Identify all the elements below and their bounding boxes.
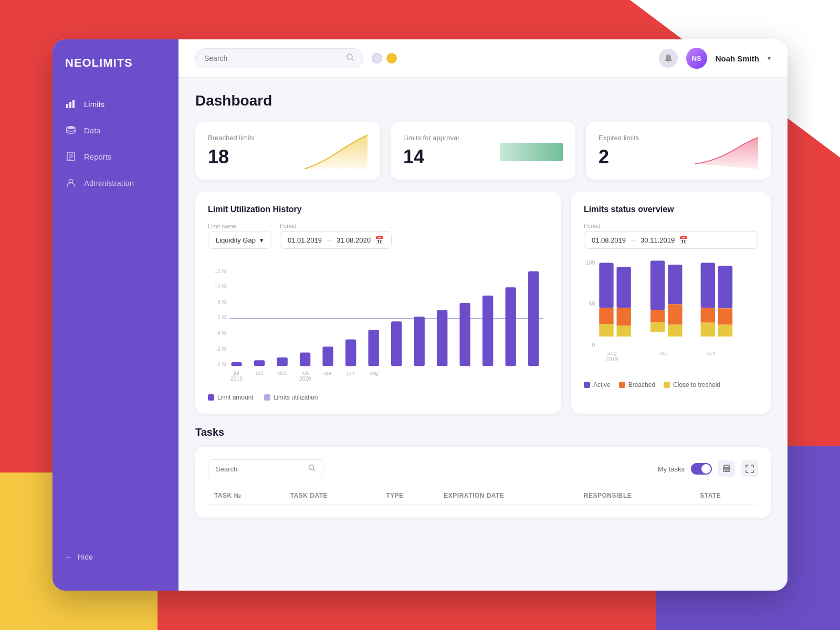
svg-rect-23 bbox=[277, 358, 287, 366]
close-label: Close to treshold bbox=[673, 381, 720, 388]
sidebar-nav: Limits Data bbox=[52, 91, 178, 196]
admin-icon bbox=[65, 177, 77, 188]
svg-line-10 bbox=[352, 59, 353, 60]
col-responsible: Responsible bbox=[578, 487, 694, 505]
period-end: 31.08.2020 bbox=[337, 236, 371, 244]
col-task-no: Task № bbox=[208, 487, 284, 505]
limit-name-dropdown[interactable]: Liquidity Gap ▾ bbox=[208, 232, 271, 249]
svg-rect-29 bbox=[414, 317, 425, 366]
bar-chart-icon bbox=[65, 98, 77, 110]
stat-cards: Breached limits 18 bbox=[195, 122, 771, 180]
notification-button[interactable] bbox=[659, 49, 678, 68]
search-input[interactable] bbox=[204, 54, 342, 62]
topbar: NS Noah Smith ▾ bbox=[178, 39, 788, 78]
svg-text:oct: oct bbox=[659, 350, 667, 356]
table-header-row: Task № Task date Type Expiration date Re… bbox=[208, 487, 758, 505]
svg-text:jul: jul bbox=[234, 370, 239, 376]
svg-rect-63 bbox=[718, 308, 732, 324]
sidebar-item-administration[interactable]: Administration bbox=[52, 170, 178, 196]
breached-label: Breached limits bbox=[208, 134, 255, 142]
status-calendar-icon: 📅 bbox=[679, 236, 688, 244]
my-tasks-label: My tasks bbox=[658, 465, 685, 473]
svg-text:2019: 2019 bbox=[606, 356, 618, 362]
svg-rect-0 bbox=[66, 104, 68, 108]
svg-rect-48 bbox=[599, 308, 613, 324]
svg-rect-49 bbox=[599, 324, 613, 337]
status-chart-card: Limits status overview Period 01.08.2019… bbox=[571, 192, 771, 414]
sidebar: NEOLIMITS Limits bbox=[52, 39, 178, 591]
svg-rect-2 bbox=[72, 100, 75, 108]
svg-text:4 M: 4 M bbox=[217, 330, 226, 336]
database-icon bbox=[65, 124, 77, 136]
svg-line-70 bbox=[313, 469, 315, 471]
dark-theme-dot[interactable] bbox=[386, 53, 397, 64]
svg-rect-33 bbox=[506, 287, 516, 366]
svg-rect-54 bbox=[650, 310, 665, 322]
svg-rect-61 bbox=[701, 323, 715, 337]
legend-limits-util: Limits utilization bbox=[264, 394, 318, 401]
sidebar-item-limits[interactable]: Limits bbox=[52, 91, 178, 117]
utilization-svg: 12 M 10 M 8 M 6 M 4 M 2 M 0 M bbox=[208, 259, 548, 385]
arrow-left-icon: ← bbox=[65, 553, 72, 561]
sidebar-item-data[interactable]: Data bbox=[52, 117, 178, 143]
svg-rect-34 bbox=[528, 271, 539, 366]
svg-rect-58 bbox=[668, 325, 682, 337]
svg-text:feb: feb bbox=[301, 370, 309, 376]
utilization-chart-card: Limit Utilization History Limit name Liq… bbox=[195, 192, 561, 414]
topbar-right: NS Noah Smith ▾ bbox=[659, 48, 771, 69]
svg-rect-50 bbox=[616, 267, 631, 308]
svg-point-11 bbox=[667, 61, 669, 62]
svg-rect-59 bbox=[701, 262, 715, 308]
stat-card-approval: Limits for approval 14 bbox=[391, 122, 575, 180]
svg-rect-22 bbox=[254, 360, 265, 366]
status-legend: Active Breached Close to treshold bbox=[584, 381, 758, 388]
svg-text:100: 100 bbox=[586, 259, 595, 266]
col-expiration-date: Expiration date bbox=[437, 487, 577, 505]
tasks-search-box[interactable] bbox=[208, 459, 323, 478]
expired-label: Expired limits bbox=[598, 134, 639, 142]
active-dot bbox=[584, 382, 590, 388]
print-button[interactable] bbox=[718, 460, 735, 477]
limit-name-label: Limit name bbox=[208, 223, 271, 229]
svg-text:0: 0 bbox=[592, 342, 595, 348]
status-period-control: Period 01.08.2019 → 30.11.2019 📅 bbox=[584, 223, 758, 249]
legend-limit-amount: Limit amount bbox=[208, 394, 254, 401]
svg-text:aug: aug bbox=[607, 350, 617, 356]
report-icon bbox=[65, 151, 77, 162]
status-period-start: 01.08.2019 bbox=[592, 236, 626, 244]
bar-chart-container: 12 M 10 M 8 M 6 M 4 M 2 M 0 M bbox=[208, 259, 548, 387]
svg-rect-60 bbox=[701, 308, 715, 322]
svg-text:dec: dec bbox=[278, 370, 286, 376]
user-avatar: NS bbox=[686, 48, 707, 69]
calendar-icon: 📅 bbox=[375, 236, 384, 244]
tasks-search-icon bbox=[308, 464, 316, 474]
svg-rect-31 bbox=[460, 303, 470, 366]
sidebar-item-reports[interactable]: Reports bbox=[52, 143, 178, 170]
tasks-search-input[interactable] bbox=[216, 465, 304, 473]
my-tasks-toggle[interactable] bbox=[691, 463, 712, 475]
limits-util-label: Limits utilization bbox=[274, 394, 318, 401]
range-arrow: → bbox=[326, 236, 332, 244]
user-dropdown-chevron[interactable]: ▾ bbox=[768, 55, 771, 62]
date-range[interactable]: 01.01.2019 → 31.08.2020 📅 bbox=[280, 231, 392, 249]
svg-rect-26 bbox=[345, 339, 356, 366]
search-box[interactable] bbox=[195, 48, 363, 68]
limit-amount-dot bbox=[208, 394, 214, 401]
charts-row: Limit Utilization History Limit name Liq… bbox=[195, 192, 771, 414]
svg-text:0 M: 0 M bbox=[217, 361, 226, 367]
approval-chart bbox=[500, 132, 563, 169]
svg-rect-73 bbox=[724, 469, 729, 471]
tasks-section: Tasks My t bbox=[195, 426, 771, 518]
svg-rect-12 bbox=[500, 143, 563, 161]
sidebar-item-administration-label: Administration bbox=[84, 178, 134, 187]
status-period-end: 30.11.2019 bbox=[640, 236, 675, 244]
hide-label: Hide bbox=[78, 553, 93, 561]
status-date-range[interactable]: 01.08.2019 → 30.11.2019 📅 bbox=[584, 231, 758, 249]
svg-rect-53 bbox=[650, 260, 665, 310]
light-theme-dot[interactable] bbox=[372, 53, 382, 64]
legend-breached: Breached bbox=[619, 381, 655, 388]
svg-rect-30 bbox=[437, 310, 447, 366]
expand-button[interactable] bbox=[741, 460, 758, 477]
hide-button[interactable]: ← Hide bbox=[65, 553, 166, 561]
tasks-title: Tasks bbox=[195, 426, 771, 438]
